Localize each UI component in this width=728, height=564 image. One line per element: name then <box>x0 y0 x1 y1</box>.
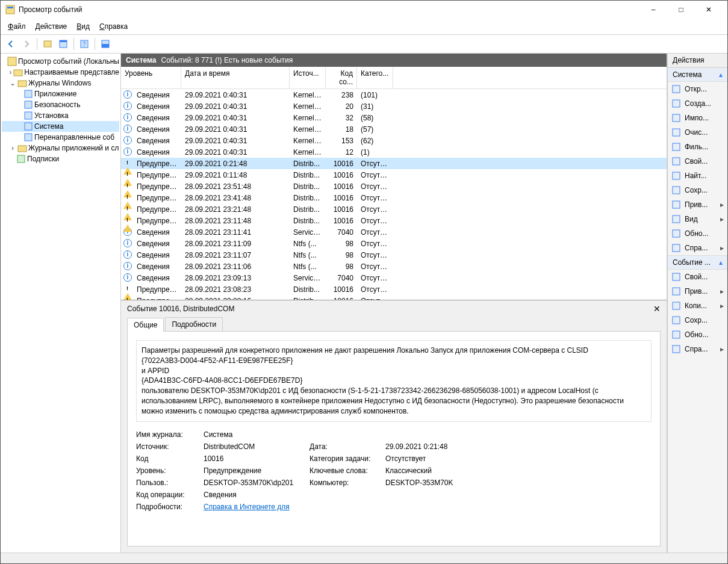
event-row[interactable]: Предупреж...28.09.2021 23:21:48Distrib..… <box>121 203 667 215</box>
col-category[interactable]: Катего... <box>357 67 393 88</box>
event-row[interactable]: iСведения28.09.2021 23:09:13Service...70… <box>121 272 667 284</box>
action-item[interactable]: Очис... <box>668 125 727 140</box>
tree-application[interactable]: Приложение <box>2 88 119 99</box>
event-row[interactable]: iСведения29.09.2021 0:40:31Kernel-...153… <box>121 135 667 146</box>
event-row[interactable]: Предупреж...28.09.2021 23:51:48Distrib..… <box>121 181 667 192</box>
info-icon: i <box>123 136 133 146</box>
action-item[interactable]: Вид▸ <box>668 212 727 226</box>
forward-button[interactable] <box>20 37 33 51</box>
event-row[interactable]: Предупреж...28.09.2021 23:41:48Distrib..… <box>121 192 667 203</box>
event-row[interactable]: Предупреж...28.09.2021 23:11:48Distrib..… <box>121 215 667 226</box>
cell-code: 18 <box>326 125 357 134</box>
tree-setup[interactable]: Установка <box>2 110 119 121</box>
actions-section-system[interactable]: Система▴ <box>668 67 727 82</box>
prop-more-link[interactable]: Справка в Интернете для <box>204 503 300 511</box>
cell-code: 10016 <box>326 160 357 168</box>
action-label: Обно... <box>685 229 709 238</box>
action-item[interactable]: Копи...▸ <box>668 299 727 313</box>
maximize-button[interactable]: □ <box>667 1 695 19</box>
properties-button[interactable] <box>57 37 70 51</box>
tree-custom-views[interactable]: ›Настраиваемые представле <box>2 67 119 78</box>
show-hide-tree-button[interactable] <box>41 37 54 51</box>
cell-code: 98 <box>326 251 357 259</box>
action-item[interactable]: Спра...▸ <box>668 342 727 356</box>
tab-general[interactable]: Общие <box>127 318 164 332</box>
col-level[interactable]: Уровень <box>121 67 181 88</box>
tree-windows-logs[interactable]: ⌄Журналы Windows <box>2 78 119 88</box>
tree-app-logs[interactable]: ›Журналы приложений и сл <box>2 143 119 153</box>
tree-root[interactable]: Просмотр событий (Локальны <box>2 56 119 67</box>
event-row[interactable]: iСведения29.09.2021 0:40:31Kernel-...18(… <box>121 123 667 135</box>
event-row[interactable]: iСведения28.09.2021 23:11:41Service...70… <box>121 226 667 238</box>
menu-view[interactable]: Вид <box>73 21 93 32</box>
action-icon <box>671 171 681 181</box>
event-row[interactable]: iСведения28.09.2021 23:11:06Ntfs (...98О… <box>121 261 667 272</box>
menu-file[interactable]: Файл <box>4 21 30 32</box>
prop-computer-label: Компьютер: <box>310 479 376 487</box>
action-label: Свой... <box>685 273 708 281</box>
event-row[interactable]: iСведения29.09.2021 0:40:31Kernel-...12(… <box>121 146 667 158</box>
actions-section-event[interactable]: Событие ...▴ <box>668 255 727 270</box>
event-row[interactable]: Предупреж...28.09.2021 23:08:23Distrib..… <box>121 284 667 295</box>
action-icon <box>671 301 681 311</box>
event-row[interactable]: Предупреж...29.09.2021 0:11:48Distrib...… <box>121 169 667 181</box>
column-headers[interactable]: Уровень Дата и время Источ... Код со... … <box>121 67 667 89</box>
action-item[interactable]: Филь... <box>668 140 727 154</box>
log-summary: Событий: 8 771 (!) Есть новые события <box>161 56 293 64</box>
event-row[interactable]: iСведения29.09.2021 0:40:31Kernel-...238… <box>121 89 667 101</box>
help-button[interactable]: ? <box>78 37 91 51</box>
back-button[interactable] <box>4 37 17 51</box>
action-item[interactable]: Импо... <box>668 111 727 125</box>
event-row[interactable]: iСведения28.09.2021 23:11:09Ntfs (...98О… <box>121 238 667 249</box>
action-item[interactable]: Откр... <box>668 82 727 96</box>
action-item[interactable]: Прив...▸ <box>668 197 727 212</box>
detail-close-button[interactable]: ✕ <box>653 304 661 314</box>
tree-forwarded[interactable]: Перенаправленные соб <box>2 132 119 143</box>
cell-date: 28.09.2021 23:11:41 <box>181 228 290 237</box>
tab-details[interactable]: Подробности <box>165 317 223 331</box>
action-item[interactable]: Прив...▸ <box>668 284 727 299</box>
detail-pane-button[interactable] <box>99 37 112 51</box>
separator <box>95 38 95 50</box>
event-row[interactable]: iСведения29.09.2021 0:40:31Kernel-...32(… <box>121 112 667 123</box>
prop-keywords-value: Классический <box>385 466 506 475</box>
cell-source: Distrib... <box>290 182 326 191</box>
cell-date: 29.09.2021 0:11:48 <box>181 171 290 179</box>
cell-date: 28.09.2021 23:21:48 <box>181 205 290 214</box>
action-item[interactable]: Свой... <box>668 154 727 169</box>
tree-hscroll[interactable] <box>1 541 119 552</box>
tree-subscriptions[interactable]: Подписки <box>2 153 119 164</box>
detail-tabs: Общие Подробности <box>121 317 667 331</box>
cell-category: (57) <box>357 125 393 134</box>
action-item[interactable]: Созда... <box>668 96 727 111</box>
action-item[interactable]: Спра...▸ <box>668 241 727 255</box>
col-code[interactable]: Код со... <box>326 67 357 88</box>
prop-log-label: Имя журнала: <box>136 430 194 439</box>
action-icon <box>671 200 681 209</box>
menu-help[interactable]: Справка <box>96 21 131 32</box>
event-row[interactable]: iСведения29.09.2021 0:40:31Kernel-...20(… <box>121 101 667 112</box>
event-row[interactable]: iСведения28.09.2021 23:11:07Ntfs (...98О… <box>121 249 667 261</box>
event-row[interactable]: Предупреж...28.09.2021 23:08:16Distrib..… <box>121 295 667 300</box>
tree-system[interactable]: Система <box>2 121 119 132</box>
svg-text:?: ? <box>82 41 86 48</box>
action-item[interactable]: Сохр... <box>668 313 727 327</box>
col-source[interactable]: Источ... <box>290 67 326 88</box>
cell-date: 28.09.2021 23:51:48 <box>181 182 290 191</box>
minimize-button[interactable]: – <box>639 1 667 19</box>
action-item[interactable]: Свой... <box>668 270 727 284</box>
info-icon: i <box>123 273 133 283</box>
event-row[interactable]: Предупреж...29.09.2021 0:21:48Distrib...… <box>121 158 667 169</box>
close-button[interactable]: ✕ <box>695 1 723 19</box>
action-item[interactable]: Найт... <box>668 169 727 183</box>
cell-level: Сведения <box>133 148 181 156</box>
svg-rect-24 <box>673 158 680 165</box>
event-list[interactable]: Уровень Дата и время Источ... Код со... … <box>121 67 667 300</box>
cell-date: 29.09.2021 0:40:31 <box>181 91 290 99</box>
col-date[interactable]: Дата и время <box>181 67 290 88</box>
action-item[interactable]: Обно... <box>668 226 727 241</box>
action-item[interactable]: Сохр... <box>668 183 727 197</box>
action-item[interactable]: Обно... <box>668 327 727 342</box>
tree-security[interactable]: Безопасность <box>2 99 119 110</box>
menu-action[interactable]: Действие <box>32 21 71 32</box>
